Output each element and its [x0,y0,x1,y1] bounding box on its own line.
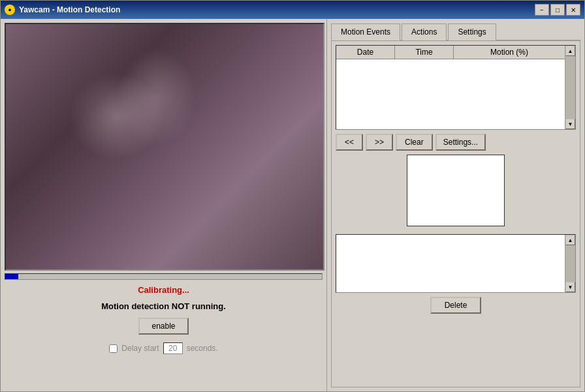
scroll-track [565,56,575,119]
log-area [336,235,565,292]
minimize-button[interactable]: − [535,4,549,16]
progress-bar-container [5,273,323,280]
delay-checkbox[interactable] [109,344,118,353]
log-scroll-down[interactable]: ▼ [565,282,575,292]
window-title: Yawcam - Motion Detection [19,5,535,14]
window-controls: − □ ✕ [535,4,580,16]
tab-content: Date Time Motion (%) ▲ ▼ << [331,40,580,387]
maximize-button[interactable]: □ [550,4,565,16]
scroll-down-arrow[interactable]: ▼ [565,119,575,129]
calibrating-status: Calibrating... [1,285,326,295]
enable-button[interactable]: enable [138,318,188,335]
delay-row: Delay start seconds. [1,342,326,354]
table-scrollbar: ▲ ▼ [565,46,575,129]
log-scroll-track [565,245,575,282]
preview-box [407,155,505,226]
table-body [336,59,565,129]
prev-button[interactable]: << [336,134,363,151]
next-button[interactable]: >> [366,134,393,151]
table-header: Date Time Motion (%) [336,46,565,59]
log-area-wrapper: ▲ ▼ [336,234,576,293]
title-bar: ● Yawcam - Motion Detection − □ ✕ [1,1,584,19]
enable-btn-container: enable [1,318,326,335]
app-icon: ● [5,5,15,15]
scroll-up-arrow[interactable]: ▲ [565,46,575,56]
main-window: ● Yawcam - Motion Detection − □ ✕ Calibr… [0,0,585,392]
tab-actions[interactable]: Actions [402,23,447,40]
progress-bar-fill [5,274,18,279]
motion-status: Motion detection NOT running. [1,301,326,311]
events-table-wrapper: Date Time Motion (%) ▲ ▼ [336,45,576,130]
settings-button[interactable]: Settings... [435,134,486,151]
left-panel: Calibrating... Motion detection NOT runn… [1,19,327,391]
clear-button[interactable]: Clear [396,134,433,151]
main-content: Calibrating... Motion detection NOT runn… [1,19,584,391]
delay-end-label: seconds. [187,344,218,353]
log-scrollbar: ▲ ▼ [565,235,575,292]
delete-button[interactable]: Delete [430,297,482,314]
log-scroll-up[interactable]: ▲ [565,235,575,245]
col-motion: Motion (%) [454,46,565,59]
tab-bar: Motion Events Actions Settings [331,23,580,40]
tab-motion-events[interactable]: Motion Events [331,23,400,40]
tab-settings[interactable]: Settings [448,23,496,40]
right-panel: Motion Events Actions Settings Date Time [327,19,584,391]
col-date: Date [336,46,395,59]
close-button[interactable]: ✕ [566,4,580,16]
events-table: Date Time Motion (%) [336,46,565,129]
delay-start-label: Delay start [121,344,159,353]
delay-value-input[interactable] [163,342,183,354]
delete-btn-row: Delete [336,297,576,314]
nav-buttons-row: << >> Clear Settings... [336,134,576,151]
camera-view [5,23,324,271]
col-time: Time [395,46,454,59]
